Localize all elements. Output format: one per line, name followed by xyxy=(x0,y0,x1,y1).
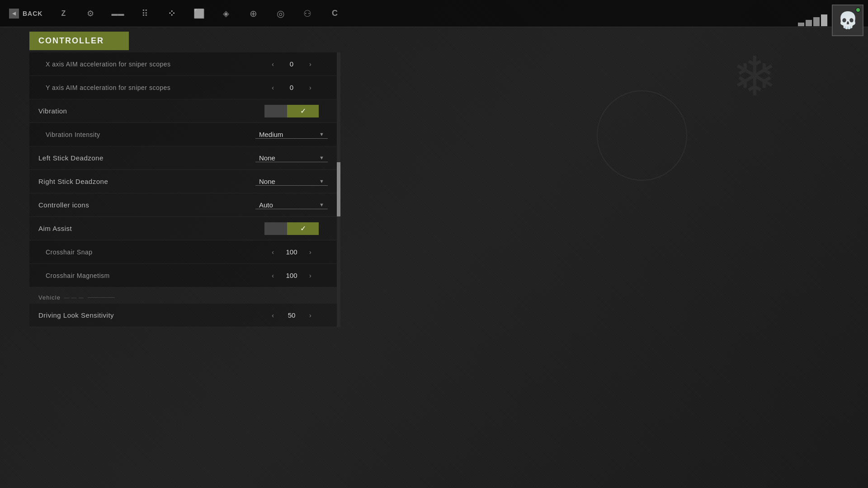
c-nav-icon[interactable]: C xyxy=(327,6,342,21)
toggle-off-part xyxy=(264,105,287,117)
setting-row-controller-icons: Controller icons Auto ▼ xyxy=(29,193,337,217)
toggle-on-part: ✓ xyxy=(287,105,319,117)
crosshair-snap-label: Crosshair Snap xyxy=(46,249,93,256)
setting-row-crosshair-magnetism: Crosshair Magnetism ‹ 100 › xyxy=(29,264,337,287)
scrollbar-track[interactable] xyxy=(337,52,340,327)
vehicle-section-header: Vehicle — — — xyxy=(29,287,337,304)
monitor-nav-icon[interactable]: ⬜ xyxy=(192,6,206,21)
crosshair-snap-control: ‹ 100 › xyxy=(255,247,328,258)
controller-nav-icon[interactable]: ⁘ xyxy=(165,6,179,21)
x-axis-aim-label: X axis AIM acceleration for sniper scope… xyxy=(46,61,171,68)
target-nav-icon[interactable]: ◎ xyxy=(273,6,288,21)
vibration-intensity-dropdown[interactable]: Medium ▼ xyxy=(255,131,328,139)
top-bar: ◀ BACK Z ⚙ ▬▬ ⠿ ⁘ ⬜ ◈ ⊕ ◎ ⚇ C xyxy=(0,0,868,27)
signal-bar-2 xyxy=(806,20,812,26)
globe-nav-icon[interactable]: ⊕ xyxy=(246,6,260,21)
setting-row-y-axis-aim: Y axis AIM acceleration for sniper scope… xyxy=(29,76,337,99)
right-stick-deadzone-chevron: ▼ xyxy=(319,178,324,184)
vehicle-section-label: Vehicle — — — xyxy=(38,294,115,301)
signal-bar-3 xyxy=(813,17,820,26)
back-label: BACK xyxy=(23,10,42,17)
right-stick-deadzone-value: None xyxy=(259,178,275,185)
left-stick-deadzone-value: None xyxy=(259,154,275,162)
back-button[interactable]: ◀ BACK xyxy=(9,9,42,19)
vibration-intensity-value: Medium xyxy=(259,131,283,138)
section-title: CONTROLLER xyxy=(29,32,129,50)
controller-icons-value: Auto xyxy=(259,201,273,209)
crosshair-magnetism-left-arrow[interactable]: ‹ xyxy=(270,270,276,281)
x-axis-aim-left-arrow[interactable]: ‹ xyxy=(270,59,276,70)
main-content: CONTROLLER X axis AIM acceleration for s… xyxy=(0,27,868,488)
crosshair-snap-value: 100 xyxy=(278,248,305,256)
right-stick-deadzone-dropdown[interactable]: None ▼ xyxy=(255,178,328,186)
driving-look-right-arrow[interactable]: › xyxy=(307,310,313,321)
online-status-dot xyxy=(855,7,861,13)
crosshair-magnetism-control: ‹ 100 › xyxy=(255,270,328,281)
vehicle-divider-dots: — — — xyxy=(64,295,84,300)
left-stick-deadzone-chevron: ▼ xyxy=(319,155,324,160)
aim-assist-toggle-off xyxy=(264,222,287,235)
signal-bar-1 xyxy=(798,23,804,26)
crosshair-magnetism-right-arrow[interactable]: › xyxy=(307,270,313,281)
setting-row-vibration-intensity: Vibration Intensity Medium ▼ xyxy=(29,123,337,146)
vibration-label: Vibration xyxy=(38,107,67,115)
setting-row-crosshair-snap: Crosshair Snap ‹ 100 › xyxy=(29,240,337,264)
setting-row-aim-assist: Aim Assist ✓ xyxy=(29,217,337,240)
audio-nav-icon[interactable]: ◈ xyxy=(219,6,233,21)
setting-row-x-axis-aim: X axis AIM acceleration for sniper scope… xyxy=(29,52,337,76)
left-stick-deadzone-label: Left Stick Deadzone xyxy=(38,154,104,162)
aim-assist-label: Aim Assist xyxy=(38,225,72,232)
x-axis-aim-value: 0 xyxy=(278,60,305,68)
y-axis-aim-right-arrow[interactable]: › xyxy=(307,82,313,93)
y-axis-aim-label: Y axis AIM acceleration for sniper scope… xyxy=(46,84,170,91)
signal-bar-4 xyxy=(821,14,827,26)
driving-look-left-arrow[interactable]: ‹ xyxy=(270,310,276,321)
vibration-toggle[interactable]: ✓ xyxy=(255,105,328,117)
card-nav-icon[interactable]: ▬▬ xyxy=(110,6,125,21)
y-axis-aim-value: 0 xyxy=(278,84,305,91)
controller-icons-chevron: ▼ xyxy=(319,202,324,207)
y-axis-aim-control: ‹ 0 › xyxy=(255,82,328,93)
crosshair-snap-left-arrow[interactable]: ‹ xyxy=(270,247,276,258)
crosshair-snap-right-arrow[interactable]: › xyxy=(307,247,313,258)
back-icon: ◀ xyxy=(9,9,19,19)
profile-signal-bars xyxy=(798,14,827,26)
vibration-intensity-label: Vibration Intensity xyxy=(46,131,100,138)
settings-container: X axis AIM acceleration for sniper scope… xyxy=(29,52,337,327)
aim-assist-toggle-on: ✓ xyxy=(287,222,319,235)
setting-row-right-stick-deadzone: Right Stick Deadzone None ▼ xyxy=(29,170,337,193)
controller-icons-label: Controller icons xyxy=(38,201,89,209)
right-stick-deadzone-label: Right Stick Deadzone xyxy=(38,178,108,185)
setting-row-vibration: Vibration ✓ xyxy=(29,99,337,123)
crosshair-magnetism-value: 100 xyxy=(278,272,305,279)
y-axis-aim-left-arrow[interactable]: ‹ xyxy=(270,82,276,93)
driving-look-sensitivity-label: Driving Look Sensitivity xyxy=(38,311,114,319)
vehicle-label: Vehicle xyxy=(38,294,61,301)
driving-look-sensitivity-control: ‹ 50 › xyxy=(255,310,328,321)
controller-icons-dropdown[interactable]: Auto ▼ xyxy=(255,201,328,209)
vibration-intensity-chevron: ▼ xyxy=(319,131,324,137)
setting-row-driving-look-sensitivity: Driving Look Sensitivity ‹ 50 › xyxy=(29,304,337,327)
person-nav-icon[interactable]: ⚇ xyxy=(300,6,315,21)
driving-look-value: 50 xyxy=(278,311,305,319)
z-nav-icon[interactable]: Z xyxy=(56,6,71,21)
left-stick-deadzone-dropdown[interactable]: None ▼ xyxy=(255,154,328,162)
scrollbar-thumb[interactable] xyxy=(337,162,340,216)
crosshair-magnetism-label: Crosshair Magnetism xyxy=(46,272,110,279)
gear-nav-icon[interactable]: ⚙ xyxy=(83,6,98,21)
setting-row-left-stick-deadzone: Left Stick Deadzone None ▼ xyxy=(29,146,337,170)
x-axis-aim-right-arrow[interactable]: › xyxy=(307,59,313,70)
aim-assist-toggle[interactable]: ✓ xyxy=(255,222,328,235)
x-axis-aim-control: ‹ 0 › xyxy=(255,59,328,70)
grid-nav-icon[interactable]: ⠿ xyxy=(137,6,152,21)
nav-icons: Z ⚙ ▬▬ ⠿ ⁘ ⬜ ◈ ⊕ ◎ ⚇ C xyxy=(56,6,859,21)
